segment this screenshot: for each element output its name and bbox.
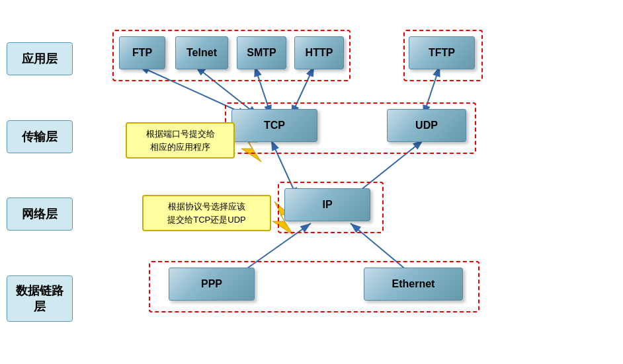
http-box: HTTP [294,36,344,69]
ip-box: IP [284,188,370,221]
tcp-annotation: 根据端口号提交给 相应的应用程序 [126,122,235,159]
app-layer-label: 应用层 [7,42,73,75]
layers-column: 应用层 传输层 网络层 数据链路层 [0,0,73,364]
diagram-container: 应用层 传输层 网络层 数据链路层 [0,0,623,364]
ip-annotation: 根据协议号选择应该 提交给TCP还是UDP [142,195,271,231]
tcp-box: TCP [231,109,317,142]
ethernet-box: Ethernet [364,268,463,301]
datalink-layer-label: 数据链路层 [7,275,73,322]
network-layer-label: 网络层 [7,198,73,231]
main-diagram: FTP Telnet SMTP HTTP TFTP TCP UDP IP [73,0,623,364]
telnet-box: Telnet [175,36,228,69]
ppp-box: PPP [169,268,255,301]
udp-box: UDP [387,109,466,142]
transport-layer-label: 传输层 [7,120,73,153]
smtp-box: SMTP [237,36,286,69]
tftp-box: TFTP [409,36,475,69]
ftp-box: FTP [119,36,165,69]
